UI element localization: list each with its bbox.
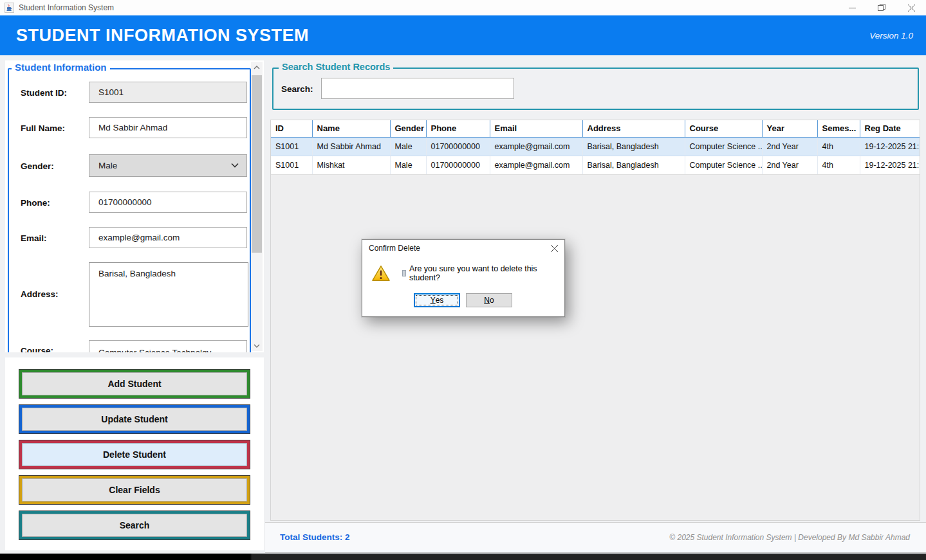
yes-button[interactable]: Yes <box>414 293 460 307</box>
table-row[interactable]: S1001MishkatMale01700000000example@gmail… <box>271 156 920 174</box>
column-header[interactable]: Phone <box>426 120 490 137</box>
dialog-close-icon[interactable] <box>550 244 559 253</box>
student-information-group-title: Student Information <box>12 62 110 73</box>
app-header: STUDENT INFORMATION SYSTEM Version 1.0 <box>0 15 926 55</box>
search-input[interactable] <box>321 78 514 99</box>
table-header-row: IDNameGenderPhoneEmailAddressCourseYearS… <box>271 120 920 137</box>
table-cell: Barisal, Bangladesh <box>582 156 685 174</box>
scroll-down-arrow-icon[interactable] <box>251 340 263 351</box>
address-label: Address: <box>21 289 59 299</box>
add-student-button[interactable]: Add Student <box>19 370 250 398</box>
table-cell: example@gmail.com <box>490 156 582 174</box>
window-title: Student Information System <box>19 3 114 12</box>
gender-dropdown[interactable]: Male <box>89 154 247 177</box>
student-id-label: Student ID: <box>21 88 67 98</box>
clear-fields-button[interactable]: Clear Fields <box>19 476 250 504</box>
warning-icon <box>371 265 391 282</box>
restore-button[interactable] <box>867 0 896 15</box>
email-field[interactable] <box>89 227 247 248</box>
total-students-label: Total Students: 2 <box>280 532 350 542</box>
phone-label: Phone: <box>21 198 50 208</box>
dialog-message: Are you sure you want to delete this stu… <box>402 264 566 282</box>
close-button[interactable] <box>896 0 926 15</box>
status-bar: Total Students: 2 © 2025 Student Informa… <box>265 522 926 553</box>
scrollbar-thumb[interactable] <box>252 75 262 253</box>
search-button[interactable]: Search <box>19 511 250 539</box>
column-header[interactable]: ID <box>271 120 312 137</box>
app-title: STUDENT INFORMATION SYSTEM <box>16 26 309 46</box>
scroll-up-arrow-icon[interactable] <box>251 62 263 73</box>
form-scrollbar[interactable] <box>251 62 263 351</box>
records-table: IDNameGenderPhoneEmailAddressCourseYearS… <box>271 120 920 175</box>
dialog-title: Confirm Delete <box>369 244 420 253</box>
address-field[interactable]: Barisal, Bangladesh <box>89 262 248 327</box>
taskbar-edge[interactable] <box>0 554 926 560</box>
phone-field[interactable] <box>89 192 247 213</box>
no-button[interactable]: No <box>466 293 512 307</box>
app-window: Student Information System STUDENT INFOR… <box>0 0 926 560</box>
table-cell: 2nd Year <box>762 156 817 174</box>
table-cell: 19-12-2025 21:... <box>860 156 920 174</box>
student-information-panel: Student Information Student ID: Full Nam… <box>5 60 264 352</box>
column-header[interactable]: Course <box>685 120 762 137</box>
table-cell: S1001 <box>271 137 312 156</box>
os-titlebar: Student Information System <box>0 0 926 15</box>
course-field[interactable] <box>89 340 247 352</box>
full-name-field[interactable] <box>89 117 247 138</box>
search-label: Search: <box>281 84 313 94</box>
table-cell: Computer Science ... <box>685 156 762 174</box>
table-row[interactable]: S1001Md Sabbir AhmadMale01700000000examp… <box>271 137 920 156</box>
table-cell: Md Sabbir Ahmad <box>312 137 390 156</box>
table-cell: Male <box>390 156 426 174</box>
copyright-label: © 2025 Student Information System | Deve… <box>669 533 910 542</box>
minimize-button[interactable] <box>837 0 867 15</box>
table-cell: Barisal, Bangladesh <box>582 137 685 156</box>
gender-label: Gender: <box>21 161 54 171</box>
missing-glyph-icon <box>402 270 406 276</box>
full-name-label: Full Name: <box>21 123 65 133</box>
java-app-icon <box>5 3 14 13</box>
action-buttons-panel: Add Student Update Student Delete Studen… <box>5 357 264 550</box>
column-header[interactable]: Reg Date <box>860 120 920 137</box>
table-cell: 01700000000 <box>426 156 490 174</box>
column-header[interactable]: Year <box>762 120 817 137</box>
table-cell: Mishkat <box>312 156 390 174</box>
version-label: Version 1.0 <box>869 31 913 41</box>
search-records-panel: Search Student Records Search: <box>272 68 919 110</box>
table-cell: 2nd Year <box>762 137 817 156</box>
chevron-down-icon <box>231 163 239 168</box>
course-label: Course: <box>21 346 53 352</box>
update-student-button[interactable]: Update Student <box>19 405 250 433</box>
table-cell: Computer Science ... <box>685 137 762 156</box>
column-header[interactable]: Semes... <box>817 120 860 137</box>
table-cell: Male <box>390 137 426 156</box>
records-table-container: IDNameGenderPhoneEmailAddressCourseYearS… <box>270 120 920 521</box>
table-cell: 01700000000 <box>426 137 490 156</box>
column-header[interactable]: Gender <box>390 120 426 137</box>
table-cell: 4th <box>817 137 860 156</box>
search-records-group-title: Search Student Records <box>279 62 393 72</box>
table-cell: S1001 <box>271 156 312 174</box>
confirm-delete-dialog: Confirm Delete Are you sure you want to … <box>362 239 565 317</box>
student-id-field[interactable] <box>89 82 247 103</box>
table-cell: example@gmail.com <box>490 137 582 156</box>
column-header[interactable]: Address <box>582 120 685 137</box>
table-cell: 4th <box>817 156 860 174</box>
column-header[interactable]: Email <box>490 120 582 137</box>
delete-student-button[interactable]: Delete Student <box>19 440 250 469</box>
column-header[interactable]: Name <box>312 120 390 137</box>
email-label: Email: <box>21 233 47 243</box>
dialog-titlebar: Confirm Delete <box>362 240 564 257</box>
table-cell: 19-12-2025 21:... <box>860 137 920 156</box>
gender-dropdown-value: Male <box>98 161 117 170</box>
